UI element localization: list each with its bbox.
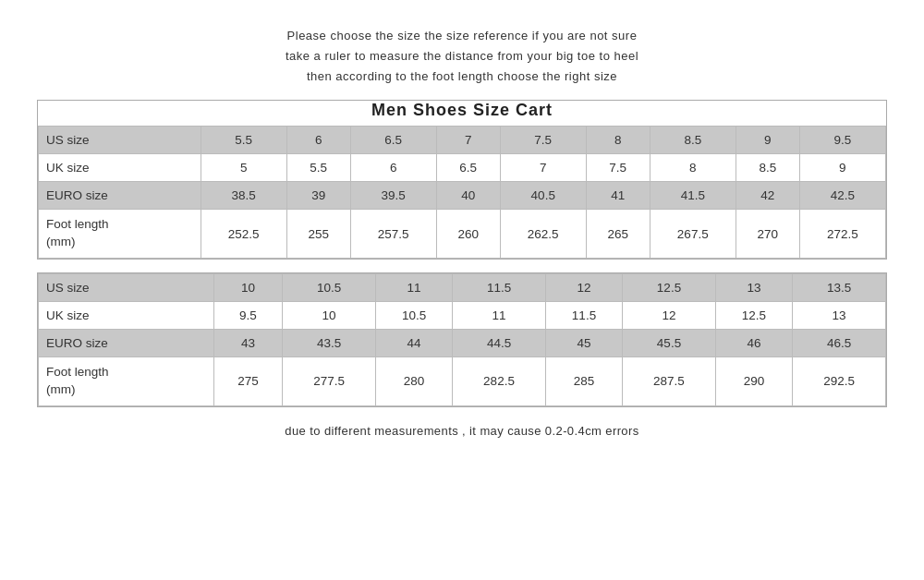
row-label-euro1: EURO size: [39, 182, 201, 210]
table1-wrapper: Men Shoes Size Cart US size 5.5 6 6.5 7 …: [37, 100, 887, 260]
table-row: US size 5.5 6 6.5 7 7.5 8 8.5 9 9.5: [39, 127, 886, 154]
size-table-2: US size 10 10.5 11 11.5 12 12.5 13 13.5 …: [38, 273, 886, 406]
row-label-euro2: EURO size: [39, 330, 214, 357]
table-title: Men Shoes Size Cart: [38, 101, 886, 120]
table-row: EURO size 38.5 39 39.5 40 40.5 41 41.5 4…: [39, 182, 886, 210]
table-row: UK size 9.5 10 10.5 11 11.5 12 12.5 13: [39, 302, 886, 330]
row-label-foot2: Foot length(mm): [39, 357, 214, 406]
table2-wrapper: US size 10 10.5 11 11.5 12 12.5 13 13.5 …: [37, 272, 887, 407]
row-label-us1: US size: [39, 127, 201, 154]
table-row: Foot length(mm) 275 277.5 280 282.5 285 …: [39, 357, 886, 406]
table-row: EURO size 43 43.5 44 44.5 45 45.5 46 46.…: [39, 330, 886, 357]
size-table-1: US size 5.5 6 6.5 7 7.5 8 8.5 9 9.5 UK s…: [38, 126, 886, 259]
row-label-foot1: Foot length(mm): [39, 210, 201, 259]
footer-note: due to different measurements , it may c…: [285, 424, 638, 438]
table-row: US size 10 10.5 11 11.5 12 12.5 13 13.5: [39, 274, 886, 302]
instructions-text: Please choose the size the size referenc…: [286, 26, 638, 87]
row-label-us2: US size: [39, 274, 214, 302]
table-row: UK size 5 5.5 6 6.5 7 7.5 8 8.5 9: [39, 154, 886, 182]
row-label-uk1: UK size: [39, 154, 201, 182]
row-label-uk2: UK size: [39, 302, 214, 330]
table-row: Foot length(mm) 252.5 255 257.5 260 262.…: [39, 210, 886, 259]
